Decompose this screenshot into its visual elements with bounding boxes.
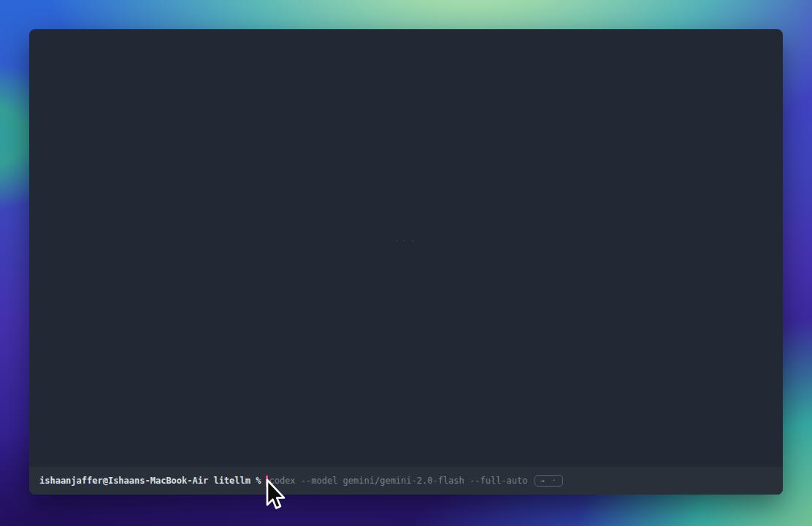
terminal-window[interactable]: ··· ishaanjaffer@Ishaans-MacBook-Air lit… bbox=[29, 29, 783, 495]
prompt-space-2 bbox=[250, 475, 256, 487]
prompt-directory: litellm bbox=[213, 475, 250, 487]
prompt-autosuggestion: codex --model gemini/gemini-2.0-flash --… bbox=[269, 475, 527, 487]
prompt-symbol: % bbox=[256, 475, 261, 487]
autosuggest-key-hint-badge: → · bbox=[535, 475, 562, 487]
prompt-space-1 bbox=[208, 475, 213, 487]
terminal-prompt-line[interactable]: ishaanjaffer@Ishaans-MacBook-Air litellm… bbox=[29, 467, 783, 495]
terminal-loading-ellipsis: ··· bbox=[29, 236, 783, 245]
text-cursor-beam-icon bbox=[266, 476, 268, 487]
prompt-user-host: ishaanjaffer@Ishaans-MacBook-Air bbox=[39, 475, 208, 487]
terminal-output-area: ··· bbox=[29, 29, 783, 467]
